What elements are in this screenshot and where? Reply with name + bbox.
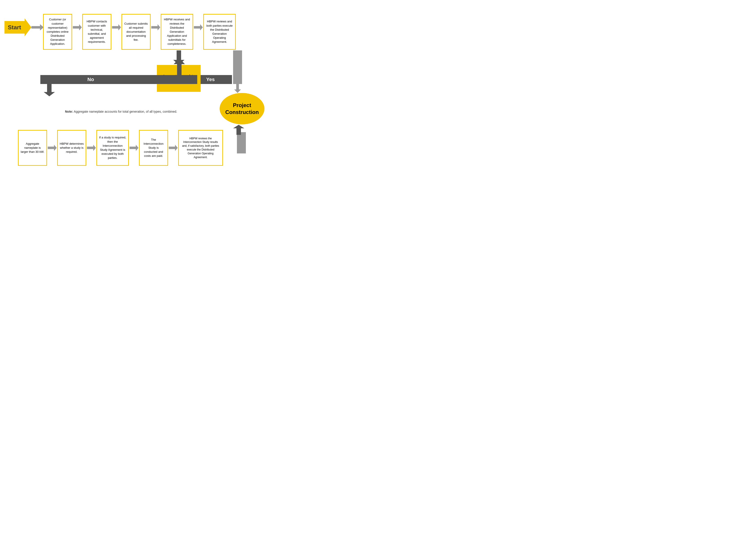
no-bar xyxy=(40,75,197,84)
connector-bot5-up xyxy=(237,132,246,154)
process-box-bot4: The Interconnection Study is conducted a… xyxy=(139,130,168,166)
process-box-4: HBPW receives and reviews the Distribute… xyxy=(161,14,193,50)
process-box-2: HBPW contacts customer with technical, s… xyxy=(82,14,111,50)
note-text: Note: Aggregate nameplate accounts for t… xyxy=(65,110,177,113)
process-box-bot2: HBPW determines whether a study is requi… xyxy=(57,130,86,166)
process-box-bot3: If a study is required, then the Interco… xyxy=(96,130,129,166)
arrow-start-to-box1 xyxy=(31,24,44,30)
arrow-3-4 xyxy=(151,24,160,30)
connector-box5-down xyxy=(233,50,242,84)
start-label: Start xyxy=(8,24,21,31)
process-box-5: HBPW reviews and both parties execute th… xyxy=(203,14,236,50)
yes-label: Yes xyxy=(206,77,215,82)
process-box-3: Customer submits all required documentat… xyxy=(122,14,151,50)
arrow-bot2-3 xyxy=(87,145,96,151)
arrow-2-3 xyxy=(112,24,121,30)
no-label: No xyxy=(87,77,94,82)
process-box-bot5: HBPW reviews the Interconnection Study r… xyxy=(178,130,223,166)
process-box-1: Customer (or customer representative) co… xyxy=(43,14,72,50)
start-arrow: Start xyxy=(4,18,31,36)
flowchart-diagram: Start Customer (or customer representati… xyxy=(0,0,269,202)
yes-bar xyxy=(201,75,232,84)
arrow-bot3-4 xyxy=(130,145,138,151)
arrow-box5-oval xyxy=(234,83,241,93)
arrow-no-down xyxy=(44,84,55,96)
arrow-1-2 xyxy=(73,24,82,30)
process-box-bot1: Aggregate nameplate is larger than 30 kW… xyxy=(18,130,47,166)
project-construction-oval: Project Construction xyxy=(220,93,264,124)
arrow-4-5 xyxy=(194,24,203,30)
arrow-bot4-5 xyxy=(169,145,178,151)
arrow-bot1-2 xyxy=(48,145,57,151)
